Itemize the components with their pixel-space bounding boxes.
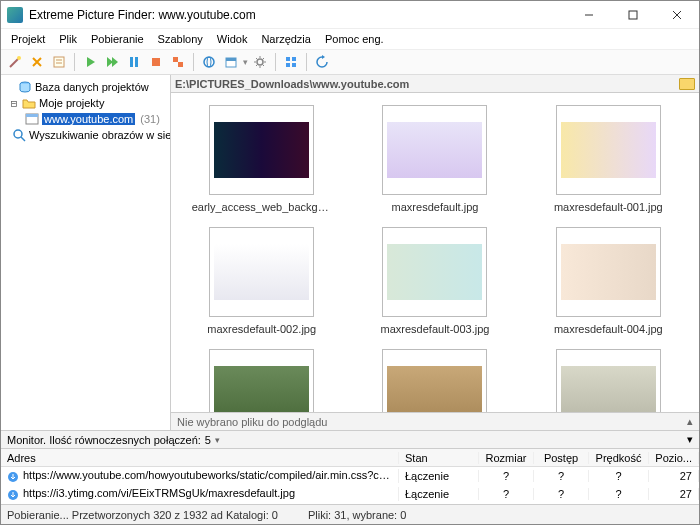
svg-point-25 bbox=[14, 130, 22, 138]
thumb-caption: maxresdefault-001.jpg bbox=[554, 201, 663, 213]
monitor-row[interactable]: https://www.youtube.com/howyoutubeworks/… bbox=[1, 467, 699, 485]
dropdown-arrow-icon[interactable]: ▾ bbox=[243, 57, 248, 67]
open-folder-icon[interactable] bbox=[679, 78, 695, 90]
wand-icon[interactable] bbox=[5, 52, 25, 72]
svg-rect-8 bbox=[130, 57, 133, 67]
svg-point-17 bbox=[257, 59, 263, 65]
row-progress: ? bbox=[534, 488, 589, 500]
thumb-caption: maxresdefault-004.jpg bbox=[554, 323, 663, 335]
monitor-row[interactable]: https://i3.ytimg.com/vi/EEixTRMSgUk/maxr… bbox=[1, 485, 699, 503]
menu-narzedzia[interactable]: Narzędzia bbox=[255, 31, 317, 47]
status-right: Pliki: 31, wybrane: 0 bbox=[308, 509, 406, 521]
thumb-frame bbox=[382, 227, 487, 317]
tree-myprojects[interactable]: ⊟ Moje projekty bbox=[3, 95, 168, 111]
svg-rect-5 bbox=[54, 57, 64, 67]
thumbnail-item[interactable]: maxresdefault-001.jpg bbox=[526, 105, 691, 213]
menu-pobieranie[interactable]: Pobieranie bbox=[85, 31, 150, 47]
window-title: Extreme Picture Finder: www.youtube.com bbox=[29, 8, 567, 22]
row-progress: ? bbox=[534, 470, 589, 482]
close-button[interactable] bbox=[655, 1, 699, 29]
main-area: Baza danych projektów ⊟ Moje projekty ww… bbox=[1, 75, 699, 430]
thumb-frame bbox=[556, 105, 661, 195]
calendar-icon[interactable] bbox=[221, 52, 241, 72]
svg-rect-11 bbox=[173, 57, 178, 62]
tools-icon[interactable] bbox=[27, 52, 47, 72]
row-status: Łączenie bbox=[399, 488, 479, 500]
row-speed: ? bbox=[589, 488, 649, 500]
folder-icon bbox=[22, 96, 36, 110]
col-speed[interactable]: Prędkość bbox=[589, 452, 649, 464]
row-address: https://www.youtube.com/howyoutubeworks/… bbox=[1, 469, 399, 482]
tree-label: Wyszukiwanie obrazów w sieci bbox=[29, 129, 171, 141]
svg-rect-20 bbox=[286, 63, 290, 67]
stop-all-icon[interactable] bbox=[168, 52, 188, 72]
thumbnail-item[interactable] bbox=[526, 349, 691, 412]
row-size: ? bbox=[479, 488, 534, 500]
thumb-caption: maxresdefault-003.jpg bbox=[381, 323, 490, 335]
chevron-down-icon[interactable]: ▾ bbox=[687, 433, 693, 446]
menu-plik[interactable]: Plik bbox=[53, 31, 83, 47]
thumb-frame bbox=[556, 227, 661, 317]
thumb-image bbox=[561, 366, 656, 412]
separator bbox=[306, 53, 307, 71]
tree-label: www.youtube.com bbox=[42, 113, 135, 125]
thumbnail-item[interactable] bbox=[352, 349, 517, 412]
tree-label: Baza danych projektów bbox=[35, 81, 149, 93]
minimize-button[interactable] bbox=[567, 1, 611, 29]
maximize-button[interactable] bbox=[611, 1, 655, 29]
svg-line-26 bbox=[21, 137, 25, 141]
collapse-icon[interactable]: ⊟ bbox=[9, 97, 19, 110]
thumbnail-grid[interactable]: early_access_web_background_expanded_...… bbox=[171, 93, 699, 412]
window-buttons bbox=[567, 1, 699, 29]
gear-icon[interactable] bbox=[250, 52, 270, 72]
thumbnail-item[interactable]: maxresdefault-003.jpg bbox=[352, 227, 517, 335]
app-icon bbox=[7, 7, 23, 23]
preview-text: Nie wybrano pliku do podglądu bbox=[177, 416, 327, 428]
grid-icon[interactable] bbox=[281, 52, 301, 72]
menubar: Projekt Plik Pobieranie Szablony Widok N… bbox=[1, 29, 699, 49]
separator bbox=[193, 53, 194, 71]
tree-database[interactable]: Baza danych projektów bbox=[3, 79, 168, 95]
tree-site-youtube[interactable]: www.youtube.com (31) bbox=[3, 111, 168, 127]
refresh-icon[interactable] bbox=[312, 52, 332, 72]
toolbar: ▾ bbox=[1, 49, 699, 75]
thumbnail-item[interactable]: maxresdefault-004.jpg bbox=[526, 227, 691, 335]
col-address[interactable]: Adres bbox=[1, 452, 399, 464]
row-status: Łączenie bbox=[399, 470, 479, 482]
pause-icon[interactable] bbox=[124, 52, 144, 72]
database-icon bbox=[18, 80, 32, 94]
thumb-frame bbox=[209, 105, 314, 195]
col-size[interactable]: Rozmiar bbox=[479, 452, 534, 464]
separator bbox=[74, 53, 75, 71]
tree-websearch[interactable]: Wyszukiwanie obrazów w sieci bbox=[3, 127, 168, 143]
play-icon[interactable] bbox=[80, 52, 100, 72]
svg-rect-10 bbox=[152, 58, 160, 66]
thumbnail-item[interactable] bbox=[179, 349, 344, 412]
svg-rect-16 bbox=[226, 58, 236, 61]
thumbnail-item[interactable]: maxresdefault.jpg bbox=[352, 105, 517, 213]
chevron-up-icon[interactable]: ▴ bbox=[687, 415, 693, 428]
menu-widok[interactable]: Widok bbox=[211, 31, 254, 47]
thumbnail-item[interactable]: early_access_web_background_expanded_... bbox=[179, 105, 344, 213]
menu-pomoc[interactable]: Pomoc eng. bbox=[319, 31, 390, 47]
thumbnail-item[interactable]: maxresdefault-002.jpg bbox=[179, 227, 344, 335]
svg-rect-18 bbox=[286, 57, 290, 61]
menu-projekt[interactable]: Projekt bbox=[5, 31, 51, 47]
col-progress[interactable]: Postęp bbox=[534, 452, 589, 464]
menu-szablony[interactable]: Szablony bbox=[152, 31, 209, 47]
col-level[interactable]: Pozio... bbox=[649, 452, 699, 464]
thumb-image bbox=[214, 122, 309, 178]
browser-icon[interactable] bbox=[199, 52, 219, 72]
play-all-icon[interactable] bbox=[102, 52, 122, 72]
col-status[interactable]: Stan bbox=[399, 452, 479, 464]
project-tree: Baza danych projektów ⊟ Moje projekty ww… bbox=[1, 75, 171, 430]
properties-icon[interactable] bbox=[49, 52, 69, 72]
path-text: E:\PICTURES_Downloads\www.youtube.com bbox=[175, 78, 409, 90]
monitor-count: 5 bbox=[205, 434, 211, 446]
svg-rect-12 bbox=[178, 62, 183, 67]
stop-icon[interactable] bbox=[146, 52, 166, 72]
search-icon bbox=[12, 128, 26, 142]
thumb-image bbox=[387, 366, 482, 412]
row-level: 27 bbox=[649, 470, 699, 482]
dropdown-arrow-icon[interactable]: ▾ bbox=[215, 435, 220, 445]
